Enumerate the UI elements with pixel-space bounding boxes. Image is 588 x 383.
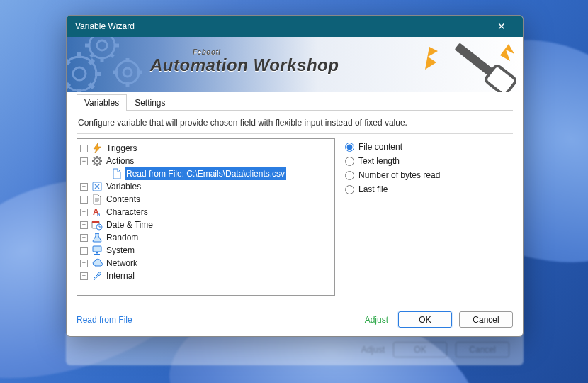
expand-icon[interactable]: +: [80, 145, 88, 152]
tab-row: Variables Settings: [77, 94, 513, 111]
wand-icon: [424, 41, 516, 92]
svg-line-7: [111, 54, 113, 57]
tree-item-internal[interactable]: + Internal: [80, 270, 332, 282]
svg-line-40: [100, 157, 101, 159]
svg-rect-51: [93, 246, 101, 252]
collapse-icon[interactable]: −: [80, 157, 88, 165]
svg-point-11: [73, 67, 86, 80]
close-icon[interactable]: ✕: [487, 21, 516, 32]
tree-item-network[interactable]: + Network: [80, 257, 332, 270]
radio-input[interactable]: [345, 185, 354, 194]
svg-line-17: [89, 84, 94, 88]
variable-wizard-dialog: Variable Wizard ✕ Febooti Automation Wor…: [66, 15, 524, 337]
cloud-icon: [91, 257, 103, 269]
banner: Febooti Automation Workshop: [67, 37, 523, 92]
radio-file-content[interactable]: File content: [345, 140, 513, 154]
document-icon: [91, 194, 103, 205]
window-title: Variable Wizard: [75, 21, 487, 31]
expand-icon[interactable]: +: [80, 209, 88, 216]
tree-item-characters[interactable]: + Aa Characters: [80, 206, 332, 218]
svg-rect-52: [96, 252, 98, 254]
lightning-icon: [91, 143, 103, 154]
footer-status: Read from File: [77, 315, 358, 325]
tab-variables[interactable]: Variables: [77, 94, 127, 111]
expand-icon[interactable]: +: [80, 221, 88, 229]
radio-text-length[interactable]: Text length: [345, 154, 513, 168]
radio-last-file[interactable]: Last file: [345, 182, 513, 196]
adjust-link[interactable]: Adjust: [365, 315, 388, 325]
tree-item-triggers[interactable]: + Triggers: [80, 142, 332, 155]
monitor-icon: [91, 245, 103, 256]
svg-line-39: [94, 164, 95, 165]
svg-rect-50: [95, 233, 99, 234]
svg-point-20: [116, 61, 139, 84]
brand-small: Febooti: [193, 48, 221, 56]
selected-item-label: Read from File: C:\Emails\Data\clients.c…: [125, 167, 286, 180]
svg-marker-30: [94, 143, 101, 153]
titlebar: Variable Wizard ✕: [67, 16, 523, 37]
svg-line-8: [91, 54, 94, 57]
wrench-icon: [91, 270, 103, 282]
tree-item-datetime[interactable]: + Date & Time: [80, 218, 332, 231]
svg-line-19: [89, 60, 94, 64]
radio-group: File content Text length Number of bytes…: [345, 138, 513, 296]
expand-icon[interactable]: +: [80, 234, 88, 242]
svg-point-1: [97, 40, 107, 50]
svg-marker-26: [425, 47, 438, 70]
variable-icon: [91, 181, 103, 192]
svg-point-32: [96, 160, 98, 162]
svg-line-38: [100, 164, 101, 165]
tree-item-actions[interactable]: − Actions: [80, 155, 332, 167]
footer: Read from File Adjust OK Cancel: [67, 303, 523, 336]
tree-item-actions-child[interactable]: Read from File: C:\Emails\Data\clients.c…: [80, 167, 332, 180]
description-text: Configure variable that will provide cho…: [78, 118, 511, 128]
radio-input[interactable]: [345, 157, 354, 166]
character-icon: Aa: [91, 206, 103, 218]
flask-icon: [91, 232, 103, 243]
file-icon: [111, 168, 123, 179]
tree-item-system[interactable]: + System: [80, 244, 332, 257]
tree-item-random[interactable]: + Random: [80, 231, 332, 244]
svg-rect-48: [92, 221, 99, 223]
tree-item-contents[interactable]: + Contents: [80, 193, 332, 206]
svg-line-37: [94, 157, 95, 159]
radio-input[interactable]: [345, 171, 354, 180]
cancel-button[interactable]: Cancel: [459, 311, 513, 328]
svg-rect-53: [94, 254, 100, 255]
calendar-clock-icon: [91, 219, 103, 231]
background-dialog-ghost: Adjust OK Cancel: [66, 333, 524, 365]
expand-icon[interactable]: +: [80, 272, 88, 280]
tree-item-variables[interactable]: + Variables: [80, 180, 332, 193]
radio-input[interactable]: [345, 143, 354, 152]
expand-icon[interactable]: +: [80, 260, 88, 267]
tree-panel[interactable]: + Triggers − Actions Read from File: C:\…: [77, 138, 335, 296]
ok-button[interactable]: OK: [398, 311, 452, 328]
tab-settings[interactable]: Settings: [127, 94, 173, 111]
svg-text:a: a: [97, 211, 101, 218]
gear-icon: [91, 155, 103, 167]
expand-icon[interactable]: +: [80, 247, 88, 255]
expand-icon[interactable]: +: [80, 183, 88, 191]
brand-title: Febooti Automation Workshop: [150, 55, 339, 75]
svg-marker-27: [500, 44, 514, 61]
divider: [77, 133, 513, 134]
expand-icon[interactable]: +: [80, 196, 88, 204]
svg-point-21: [123, 68, 132, 77]
radio-bytes-read[interactable]: Number of bytes read: [345, 168, 513, 182]
